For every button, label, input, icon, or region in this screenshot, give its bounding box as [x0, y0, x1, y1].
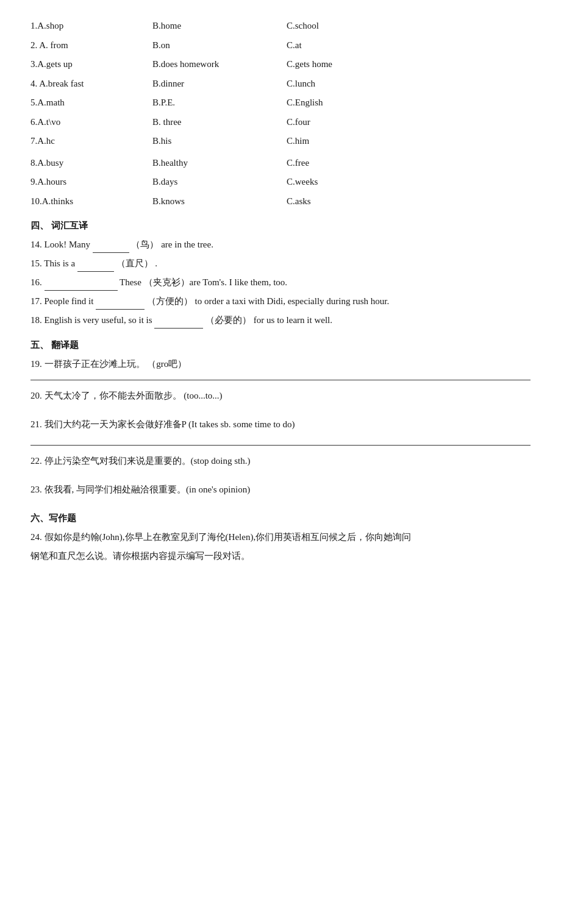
mc-col2-6: B. three [152, 115, 287, 130]
q15-end: . [155, 258, 157, 268]
mc-col1-8: 8.A.busy [30, 155, 152, 171]
q18-blank [154, 319, 203, 329]
mc-row-8: 8.A.busyB.healthyC.free [30, 155, 531, 171]
mc-col3-10: C.asks [287, 194, 531, 210]
q18-hint: （必要的） [205, 315, 251, 325]
q21-block: 21. 我们大约花一天为家长会做好准备P (It takes sb. some … [30, 416, 531, 433]
mc-row-5: 5.A.mathB.P.E.C.English [30, 95, 531, 111]
mc-col3-5: C.English [287, 95, 531, 111]
q16-blank [45, 281, 118, 291]
mc-col2-8: B.healthy [152, 155, 287, 171]
mc-col1-2: 2. A. from [30, 38, 152, 54]
mc-col2-7: B.his [152, 133, 287, 149]
mc-col1-10: 10.A.thinks [30, 194, 152, 210]
q19-line: 19. 一群孩子正在沙滩上玩。 （gro吧） [30, 356, 531, 372]
mc-row-3: 3.A.gets upB.does homeworkC.gets home [30, 57, 531, 73]
mc-col1-4: 4. A.break fast [30, 76, 152, 92]
q16-end: These （夹克衫）are Tom's. I like them, too. [120, 277, 287, 287]
mc-col2-3: B.does homework [152, 57, 287, 73]
mc-col1-7: 7.A.hc [30, 133, 152, 149]
q24-line1: 24. 假如你是约翰(John),你早上在教室见到了海伦(Helen),你们用英… [30, 529, 531, 546]
mc-col2-4: B.dinner [152, 76, 287, 92]
q20-block: 20. 天气太冷了，你不能去外面散步。 (too...to...) [30, 388, 531, 404]
mc-row-6: 6.A.t\voB. threeC.four [30, 115, 531, 130]
mc-col2-1: B.home [152, 18, 287, 34]
q23-block: 23. 依我看, 与同学们相处融洽很重要。(in one's opinion) [30, 482, 531, 498]
q17-blank [96, 300, 145, 310]
q14-end: are in the tree. [161, 240, 213, 249]
q17-hint: （方便的） [147, 296, 193, 306]
section5-title: 五、 翻译题 [30, 337, 531, 354]
mc-col2-2: B.on [152, 38, 287, 54]
q22-block: 22. 停止污染空气对我们来说是重要的。(stop doing sth.) [30, 453, 531, 469]
q24-line2: 钢笔和直尺怎么说。请你根据内容提示编写一段对话。 [30, 548, 531, 564]
q15-start: 15. This is a [30, 258, 75, 268]
q20-text: 20. 天气太冷了，你不能去外面散步。 (too...to...) [30, 391, 223, 400]
divider2 [30, 445, 531, 446]
q18-start: 18. English is very useful, so it is [30, 315, 152, 325]
mc-col2-9: B.days [152, 174, 287, 190]
q16-line: 16. These （夹克衫）are Tom's. I like them, t… [30, 274, 531, 291]
mc-col2-10: B.knows [152, 194, 287, 210]
mc-col3-7: C.him [287, 133, 531, 149]
mc-col3-1: C.school [287, 18, 531, 34]
mc-row-1: 1.A.shopB.homeC.school [30, 18, 531, 34]
mc-col3-8: C.free [287, 155, 531, 171]
mc-col3-9: C.weeks [287, 174, 531, 190]
q14-blank [93, 243, 129, 253]
mc-col3-4: C.lunch [287, 76, 531, 92]
q14-hint: （鸟） [131, 240, 159, 249]
mc-row-2: 2. A. fromB.onC.at [30, 38, 531, 54]
mc-col2-5: B.P.E. [152, 95, 287, 111]
mc-col1-1: 1.A.shop [30, 18, 152, 34]
section6-title: 六、写作题 [30, 510, 531, 527]
q16-start: 16. [30, 277, 42, 287]
q17-end: to order a taxi with Didi, especially du… [195, 296, 390, 306]
q14-line: 14. Look! Many （鸟） are in the tree. [30, 236, 531, 253]
mc-row-10: 10.A.thinksB.knowsC.asks [30, 194, 531, 210]
mc-row-4: 4. A.break fastB.dinnerC.lunch [30, 76, 531, 92]
q15-line: 15. This is a （直尺） . [30, 255, 531, 272]
mc-col1-5: 5.A.math [30, 95, 152, 111]
mc-col1-6: 6.A.t\vo [30, 115, 152, 130]
q15-blank [77, 262, 114, 272]
divider1 [30, 380, 531, 380]
q18-line: 18. English is very useful, so it is （必要… [30, 312, 531, 329]
page-content: 1.A.shopB.homeC.school2. A. fromB.onC.at… [30, 18, 531, 564]
mc-col3-6: C.four [287, 115, 531, 130]
mc-col3-2: C.at [287, 38, 531, 54]
q22-text: 22. 停止污染空气对我们来说是重要的。(stop doing sth.) [30, 456, 250, 466]
mc-row-9: 9.A.hoursB.daysC.weeks [30, 174, 531, 190]
q23-text: 23. 依我看, 与同学们相处融洽很重要。(in one's opinion) [30, 485, 250, 494]
q15-hint: （直尺） [116, 258, 153, 268]
q17-start: 17. People find it [30, 296, 93, 306]
mc-col1-3: 3.A.gets up [30, 57, 152, 73]
section4-title: 四、 词汇互译 [30, 218, 531, 234]
q18-end: for us to learn it well. [254, 315, 332, 325]
q21-text: 21. 我们大约花一天为家长会做好准备P (It takes sb. some … [30, 419, 295, 429]
mc-col1-9: 9.A.hours [30, 174, 152, 190]
q17-line: 17. People find it （方便的） to order a taxi… [30, 293, 531, 310]
mc-col3-3: C.gets home [287, 57, 531, 73]
mc-row-7: 7.A.hcB.hisC.him [30, 133, 531, 149]
q14-start: 14. Look! Many [30, 240, 90, 249]
